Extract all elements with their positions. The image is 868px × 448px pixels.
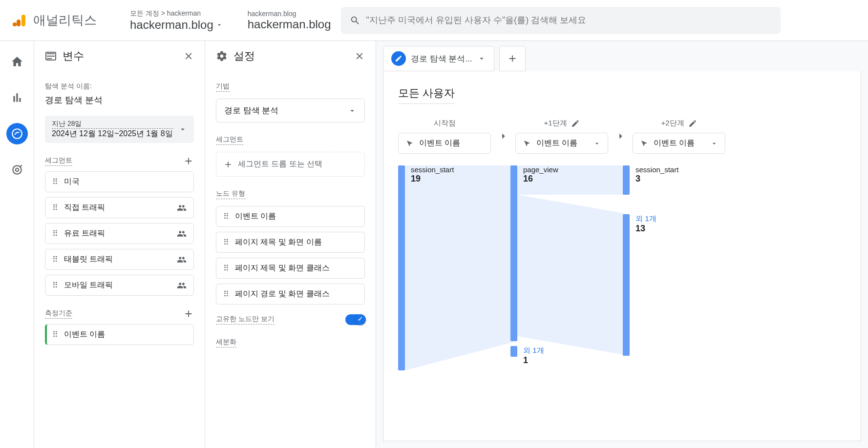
step-label-text: +2단계 (661, 119, 684, 128)
analytics-logo-icon (12, 13, 27, 28)
edit-step-button[interactable] (688, 119, 697, 128)
technique-value: 경로 탐색 분석 (224, 105, 278, 116)
node-type-chip[interactable]: ⠿페이지 제목 및 화면 클래스 (216, 258, 365, 279)
step-label-2: +2단계 (661, 119, 697, 128)
step-chip-text: 이벤트 이름 (536, 138, 577, 148)
drag-handle-icon: ⠿ (52, 330, 58, 339)
plus-icon (223, 160, 233, 169)
node-value: 19 (411, 174, 454, 184)
chevron-down-icon (178, 125, 187, 134)
main-content: 변수 탐색 분석 이름: 경로 탐색 분석 지난 28일 2024년 12월 1… (0, 41, 868, 448)
path-node[interactable]: page_view 16 (510, 165, 623, 341)
search-icon (350, 15, 360, 26)
variables-title-text: 변수 (63, 49, 84, 63)
home-nav-button[interactable] (6, 51, 28, 72)
drag-handle-icon: ⠿ (223, 289, 229, 299)
node-bar (623, 214, 630, 356)
node-event-name: session_start (411, 165, 454, 174)
unique-nodes-toggle[interactable] (345, 314, 365, 325)
step-chip-start[interactable]: 이벤트 이름 (398, 133, 491, 154)
canvas-title: 모든 사용자 (398, 86, 455, 104)
node-type-chip[interactable]: ⠿페이지 경로 및 화면 클래스 (216, 284, 365, 305)
advertising-nav-button[interactable] (6, 159, 28, 181)
path-node[interactable]: 외 1개 13 (623, 214, 735, 356)
step-chip-2[interactable]: 이벤트 이름 (633, 133, 725, 154)
account-switcher[interactable]: 모든 계정 > hackerman hackerman.blog hackerm… (130, 9, 331, 32)
technique-label: 기법 (216, 82, 230, 92)
logo-area: 애널리틱스 (8, 12, 101, 29)
node-bar (398, 165, 405, 370)
exploration-name-label: 탐색 분석 이름: (45, 82, 92, 91)
path-node[interactable]: session_start 3 (623, 165, 735, 195)
people-icon (177, 229, 187, 239)
cursor-icon (523, 139, 531, 148)
arrow-right-icon (498, 131, 508, 142)
account-crumb: 모든 계정 > hackerman (130, 9, 223, 18)
segment-dropzone[interactable]: 세그먼트 드롭 또는 선택 (216, 152, 365, 177)
exploration-name-value[interactable]: 경로 탐색 분석 (45, 94, 194, 106)
step-label-1: +1단계 (544, 119, 579, 128)
reports-nav-button[interactable] (6, 87, 28, 108)
segment-chip[interactable]: ⠿ 직접 트래픽 (45, 197, 194, 218)
segment-chip[interactable]: ⠿ 태블릿 트래픽 (45, 249, 194, 270)
cursor-icon (640, 139, 649, 148)
node-type-text: 페이지 제목 및 화면 이름 (235, 237, 322, 247)
add-tab-button[interactable] (499, 46, 526, 71)
path-node[interactable]: session_start 19 (398, 165, 510, 370)
segment-chip[interactable]: ⠿ 유료 트래픽 (45, 223, 194, 244)
node-bar (510, 165, 517, 341)
people-icon (177, 203, 187, 213)
drag-handle-icon: ⠿ (223, 212, 229, 221)
target-icon (11, 163, 23, 176)
node-value: 13 (635, 224, 656, 234)
step-chip-1[interactable]: 이벤트 이름 (515, 133, 608, 154)
path-node[interactable]: 외 1개 1 (510, 346, 623, 366)
property-name: hackerman.blog (130, 18, 223, 32)
segment-chip[interactable]: ⠿ 모바일 트래픽 (45, 275, 194, 296)
search-bar[interactable] (341, 7, 781, 34)
technique-select[interactable]: 경로 탐색 분석 (216, 99, 365, 122)
dimension-label: 이벤트 이름 (64, 329, 105, 340)
path-node-col-0: session_start 19 (398, 165, 510, 374)
close-icon (354, 51, 365, 61)
breakdown-label: 세분화 (216, 338, 236, 347)
canvas-tab-active[interactable]: 경로 탐색 분석... (383, 46, 494, 71)
search-input[interactable] (366, 15, 772, 25)
add-segment-button[interactable] (183, 156, 194, 166)
arrow-right-icon (615, 131, 626, 142)
segment-label: 유료 트래픽 (64, 228, 105, 239)
segment-label: 모바일 트래픽 (64, 280, 113, 290)
steps-row: 시작점 이벤트 이름 +1단계 이벤트 이름 (398, 119, 846, 154)
cursor-icon (405, 139, 414, 148)
node-type-text: 이벤트 이름 (235, 211, 276, 222)
left-nav-rail (0, 41, 34, 448)
app-header: 애널리틱스 모든 계정 > hackerman hackerman.blog h… (0, 0, 868, 41)
drag-handle-icon: ⠿ (52, 177, 58, 186)
tab-label: 경로 탐색 분석... (411, 53, 472, 64)
node-type-chip[interactable]: ⠿페이지 제목 및 화면 이름 (216, 232, 365, 253)
node-value: 16 (523, 174, 558, 184)
add-dimension-button[interactable] (183, 308, 194, 319)
edit-step-button[interactable] (571, 119, 580, 128)
date-range-picker[interactable]: 지난 28일 2024년 12월 12일~2025년 1월 8일 (45, 116, 194, 143)
explore-nav-button[interactable] (6, 123, 28, 144)
step-label-0: 시작점 (434, 119, 456, 128)
home-icon (11, 55, 23, 68)
unique-nodes-label: 고유한 노드만 보기 (216, 315, 275, 325)
node-type-chip[interactable]: ⠿이벤트 이름 (216, 206, 365, 227)
chevron-down-icon (477, 54, 486, 63)
dimension-chip[interactable]: ⠿ 이벤트 이름 (45, 324, 194, 345)
node-type-label: 노드 유형 (216, 189, 245, 199)
drag-handle-icon: ⠿ (223, 238, 229, 247)
segment-label: 직접 트래픽 (64, 203, 105, 213)
chevron-down-icon (593, 140, 601, 147)
settings-panel-title: 설정 (216, 49, 255, 63)
close-variables-button[interactable] (183, 51, 194, 61)
date-preset: 지난 28일 (52, 120, 173, 129)
property-name-text: hackerman.blog (130, 18, 213, 32)
close-settings-button[interactable] (354, 51, 365, 61)
step-chip-text: 이벤트 이름 (419, 138, 460, 148)
step-label-text: +1단계 (544, 119, 567, 128)
settings-panel: 설정 기법 경로 탐색 분석 세그먼트 세그먼트 드롭 또는 선택 노드 유형 … (205, 41, 376, 448)
segment-chip[interactable]: ⠿ 미국 (45, 171, 194, 192)
